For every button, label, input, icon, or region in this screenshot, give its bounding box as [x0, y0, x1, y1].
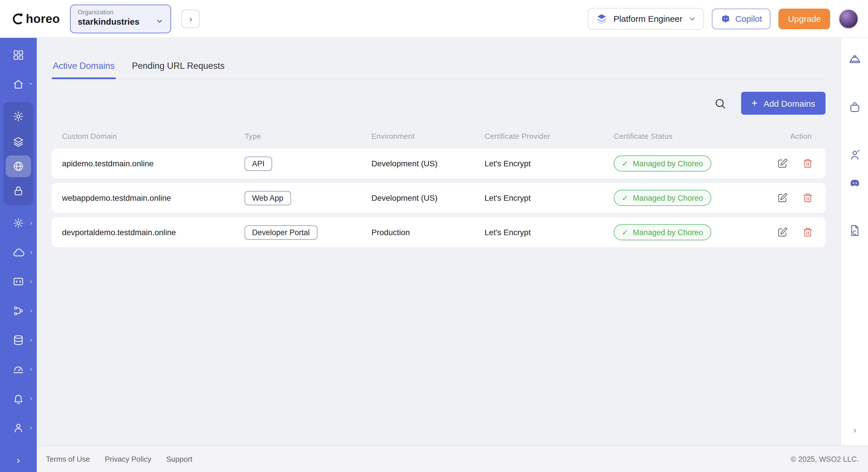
edit-domain-button[interactable] — [777, 227, 787, 237]
nav-admin[interactable]: › — [0, 416, 37, 439]
add-domains-button[interactable]: + Add Domains — [741, 92, 826, 115]
discord-button[interactable] — [844, 173, 865, 193]
nav-storage[interactable]: › — [0, 329, 37, 351]
support-button[interactable] — [844, 144, 865, 165]
footer-links: Terms of Use Privacy Policy Support — [46, 455, 192, 463]
tab-active-domains[interactable]: Active Domains — [52, 61, 116, 78]
search-button[interactable] — [714, 97, 726, 109]
organization-selector[interactable]: Organization starkindustries — [70, 4, 172, 33]
delete-domain-button[interactable] — [803, 227, 813, 237]
status-badge: ✓Managed by Choreo — [614, 224, 711, 240]
check-icon: ✓ — [622, 193, 628, 202]
column-header-custom-domain: Custom Domain — [62, 132, 245, 140]
column-header-certificate-provider: Certificate Provider — [485, 132, 614, 140]
right-rail-expand-button[interactable]: › — [841, 425, 868, 435]
delete-domain-button[interactable] — [803, 158, 813, 169]
branch-icon — [12, 305, 24, 316]
role-value: Platform Engineer — [613, 14, 682, 24]
upgrade-label: Upgrade — [788, 14, 821, 24]
copyright-text: © 2025, WSO2 LLC. — [791, 455, 859, 463]
type-chip: API — [245, 156, 272, 171]
edit-icon — [777, 227, 787, 237]
edit-icon — [777, 193, 787, 203]
copilot-icon — [720, 13, 731, 24]
nav-project[interactable]: › — [0, 73, 37, 96]
support-agent-icon — [848, 148, 861, 161]
getting-started-button[interactable] — [844, 49, 865, 70]
content-row: Active Domains Pending URL Requests + Ad… — [37, 38, 868, 446]
edit-icon — [777, 158, 787, 169]
add-domains-label: Add Domains — [764, 98, 815, 108]
table-header: Custom Domain Type Environment Certifica… — [52, 132, 826, 140]
privacy-policy-link[interactable]: Privacy Policy — [105, 455, 151, 463]
nav-components[interactable] — [3, 105, 33, 128]
copilot-button[interactable]: Copilot — [712, 8, 771, 29]
chevron-right-icon: › — [30, 425, 32, 431]
docs-icon — [848, 224, 861, 237]
chevron-right-icon: › — [30, 220, 32, 226]
cloud-icon — [12, 246, 24, 258]
project-nav-group — [3, 102, 33, 205]
trash-icon — [803, 158, 813, 169]
project-expand-button[interactable]: › — [182, 9, 200, 28]
marketplace-bag-icon — [848, 101, 861, 113]
nav-api-management[interactable]: › — [0, 270, 37, 293]
api-code-icon — [12, 276, 24, 287]
center-column: Active Domains Pending URL Requests + Ad… — [37, 38, 868, 472]
page-footer: Terms of Use Privacy Policy Support © 20… — [37, 446, 868, 472]
table-row: apidemo.testdmain.online API Development… — [52, 148, 826, 178]
nav-environments[interactable] — [3, 130, 33, 153]
layers-icon — [12, 136, 24, 147]
nav-observability[interactable]: › — [0, 358, 37, 381]
tab-pending-url-requests[interactable]: Pending URL Requests — [131, 61, 226, 78]
chevron-right-icon: › — [30, 396, 32, 402]
cell-provider: Let's Encrypt — [485, 228, 614, 237]
role-selector[interactable]: Platform Engineer — [588, 8, 704, 30]
sidebar-expand-button[interactable]: › — [0, 455, 37, 466]
support-link[interactable]: Support — [166, 455, 192, 463]
main-content: Active Domains Pending URL Requests + Ad… — [37, 38, 840, 446]
user-avatar[interactable] — [838, 8, 859, 29]
terms-of-use-link[interactable]: Terms of Use — [46, 455, 90, 463]
trash-icon — [803, 227, 813, 237]
nav-domains[interactable] — [6, 156, 31, 177]
trash-icon — [803, 193, 813, 203]
helmet-icon — [848, 53, 861, 66]
cell-environment: Development (US) — [371, 193, 485, 202]
organization-label: Organization — [78, 8, 164, 15]
nav-deploy[interactable]: › — [0, 241, 37, 264]
table-row: devportaldemo.testdmain.online Developer… — [52, 217, 826, 247]
table-row: webappdemo.testdmain.online Web App Deve… — [52, 183, 826, 213]
nav-settings[interactable]: › — [0, 212, 37, 235]
database-icon — [12, 334, 24, 346]
components-gear-icon — [12, 111, 24, 122]
check-icon: ✓ — [622, 159, 628, 168]
delete-domain-button[interactable] — [803, 193, 813, 203]
body-row: › › › — [0, 38, 868, 472]
column-header-action: Action — [766, 132, 815, 140]
chevron-right-icon: › — [30, 337, 32, 343]
cell-domain: devportaldemo.testdmain.online — [62, 228, 245, 237]
search-icon — [714, 97, 726, 109]
chevron-right-icon: › — [30, 249, 32, 256]
edit-domain-button[interactable] — [777, 193, 787, 203]
nav-overview[interactable] — [0, 43, 37, 67]
tab-bar: Active Domains Pending URL Requests — [52, 61, 826, 79]
discord-icon — [848, 177, 861, 189]
marketplace-button[interactable] — [844, 97, 865, 117]
lock-icon — [12, 185, 24, 197]
upgrade-button[interactable]: Upgrade — [779, 8, 830, 29]
edit-domain-button[interactable] — [777, 158, 787, 169]
table-toolbar: + Add Domains — [52, 92, 826, 115]
nav-alerts[interactable]: › — [0, 387, 37, 410]
docs-button[interactable] — [844, 220, 865, 241]
nav-dependencies[interactable]: › — [0, 299, 37, 322]
nav-security[interactable] — [3, 179, 33, 202]
chevron-right-icon: › — [30, 278, 32, 285]
app-root: horeo Organization starkindustries › Pla… — [0, 0, 868, 472]
bell-icon — [12, 393, 24, 404]
gauge-icon — [12, 364, 24, 375]
plus-icon: + — [751, 98, 758, 108]
chevron-down-icon — [156, 17, 164, 25]
globe-icon — [12, 161, 24, 172]
